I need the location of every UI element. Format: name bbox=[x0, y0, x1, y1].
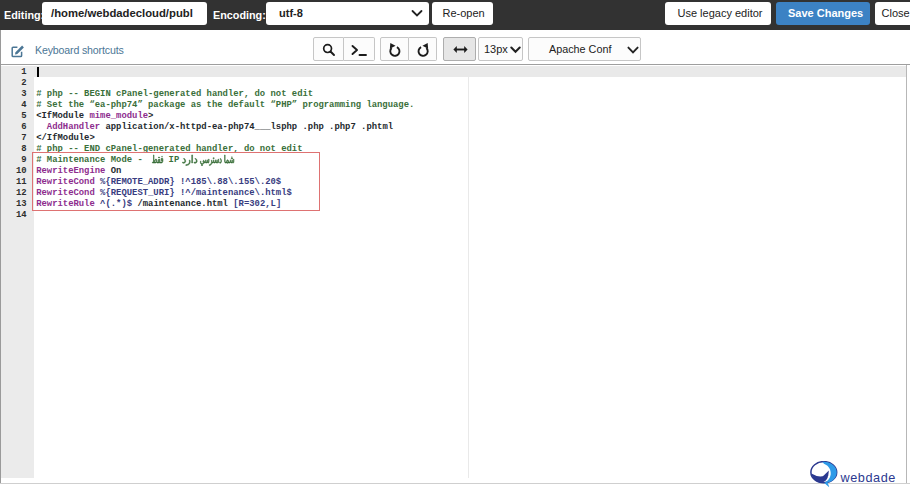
svg-text:webdade: webdade bbox=[840, 471, 896, 485]
